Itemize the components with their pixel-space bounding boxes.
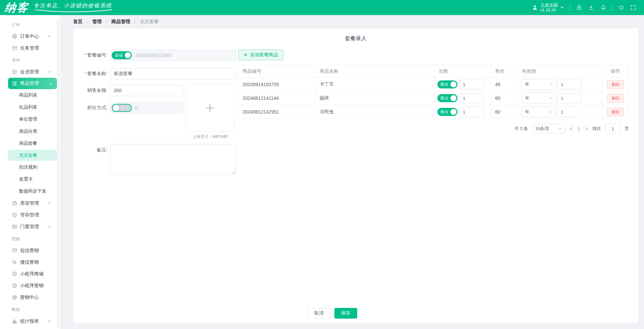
bell-icon[interactable]: [600, 4, 606, 11]
sidebar-child-product-package[interactable]: 商品套餐: [0, 137, 60, 149]
page-unit-label: 页: [625, 126, 629, 132]
tagline-text: 专注单店、小连锁的收银系统: [34, 3, 112, 8]
next-page-icon[interactable]: [584, 127, 589, 131]
sidebar-item-label: 门票管理: [20, 224, 39, 230]
package-code-label: *套餐编号:: [81, 52, 107, 58]
save-button[interactable]: 保存: [334, 308, 357, 319]
tagline-swoosh-decor: [34, 9, 113, 13]
chevron-down-icon: [560, 5, 564, 9]
sidebar-item-deposit-management[interactable]: 寄 寄存管理: [0, 209, 60, 221]
sidebar-child-recharge-package[interactable]: 充次套餐: [8, 150, 57, 161]
limit-times-toggle[interactable]: 限次: [437, 108, 458, 116]
package-code-value: 20260328151947: [135, 53, 172, 58]
chevron-down-icon: [558, 127, 562, 131]
sidebar-section-management: 管理: [0, 54, 60, 66]
sidebar-item-label: 营销中心: [20, 294, 39, 301]
image-upload-box[interactable]: [185, 84, 234, 131]
breadcrumb-current: 充次套餐: [140, 19, 159, 25]
sidebar-item-miniapp-mall[interactable]: 小程序商城: [0, 268, 60, 280]
validity-unit-select[interactable]: 年: [521, 93, 556, 104]
prev-page-icon[interactable]: [569, 127, 573, 131]
price-cell: 60: [491, 105, 518, 119]
sidebar-item-label: 统计报表: [20, 318, 39, 324]
body-row: 订单 订单中心 任务管理 管理 会员管理 商品管理 商品列表: [0, 15, 644, 329]
app-header: 纳客 专注单店、小连锁的收银系统 儿童乐园 v1.16.24: [0, 0, 644, 15]
validity-input[interactable]: [557, 93, 582, 103]
delete-button[interactable]: 删除: [607, 94, 624, 103]
svg-text:寄: 寄: [13, 214, 16, 216]
sidebar-item-member-management[interactable]: 会员管理: [0, 66, 60, 78]
limit-times-toggle[interactable]: 限次: [437, 80, 458, 88]
chevron-down-icon: [48, 319, 51, 323]
sidebar-child-data-sync[interactable]: 数据同步下发: [0, 185, 60, 197]
download-icon[interactable]: [588, 4, 594, 11]
package-form: *套餐编号: 自动 20260328151947 *套餐名称:: [81, 50, 238, 175]
chevron-down-icon: [48, 35, 51, 38]
times-input[interactable]: [460, 79, 484, 89]
points-mode-toggle[interactable]: 自动: [112, 104, 132, 112]
miniapp-icon: [12, 283, 17, 288]
sidebar-child-deduction-rules[interactable]: 扣次规则: [0, 161, 60, 173]
sidebar-item-order-center[interactable]: 订单中心: [0, 30, 60, 42]
sidebar-item-label: 订单中心: [20, 34, 39, 40]
user-menu[interactable]: 儿童乐园 v1.16.24: [532, 3, 564, 13]
product-name-cell: 卡丁车: [316, 78, 435, 91]
sidebar-item-task-management[interactable]: 任务管理: [0, 42, 60, 54]
page-size-select[interactable]: 10条/页: [532, 124, 565, 133]
goto-page-input[interactable]: [605, 124, 621, 133]
fullscreen-icon[interactable]: [630, 4, 637, 11]
sidebar-item-label: 会员管理: [20, 69, 39, 75]
validity-unit-value: 年: [525, 81, 529, 87]
sidebar-item-product-management[interactable]: 商品管理: [8, 78, 57, 89]
sidebar-item-marketing-center[interactable]: 营销中心: [0, 291, 60, 303]
sale-amount-input[interactable]: [110, 85, 183, 96]
sidebar-child-product-list[interactable]: 商品列表: [0, 89, 60, 101]
validity-unit-select[interactable]: 年: [521, 79, 556, 90]
times-input[interactable]: [460, 107, 484, 117]
breadcrumb-product-management[interactable]: 商品管理: [111, 19, 130, 25]
sidebar-item-statistics-report[interactable]: 统计报表: [0, 315, 60, 327]
times-cell: 限次: [435, 78, 491, 91]
sidebar-child-ticket-card[interactable]: 套票卡: [0, 173, 60, 185]
footer-actions: 取消 保存: [308, 308, 357, 319]
sidebar-item-ticket-management[interactable]: 门票管理: [0, 221, 60, 233]
sidebar-child-unit-management[interactable]: 单位管理: [0, 113, 60, 125]
add-package-product-button[interactable]: 添加套餐商品: [238, 50, 283, 60]
page-size-value: 10条/页: [535, 126, 549, 132]
delete-button[interactable]: 删除: [607, 80, 624, 89]
lock-icon[interactable]: [576, 4, 582, 11]
breadcrumb-management[interactable]: 管理: [92, 19, 102, 25]
sidebar-item-miniapp-marketing[interactable]: 小程序营销: [0, 280, 60, 291]
times-input[interactable]: [460, 93, 484, 103]
cancel-button[interactable]: 取消: [308, 308, 330, 319]
sidebar-item-data-analysis[interactable]: 数据分析: [0, 327, 60, 329]
breadcrumb-home[interactable]: 首页: [73, 19, 83, 25]
chevron-right-icon: [105, 20, 108, 24]
toggle-knob: [113, 105, 119, 111]
validity-unit-select[interactable]: 年: [521, 107, 556, 117]
sidebar-child-gift-list[interactable]: 礼品列表: [0, 101, 60, 113]
current-page[interactable]: 1: [577, 126, 581, 131]
table-header-row: 商品编号 商品名称 次数 售价 有效期 操作: [238, 65, 629, 78]
toggle-label: 限次: [440, 96, 448, 100]
delete-button[interactable]: 删除: [607, 108, 624, 116]
package-name-input[interactable]: [110, 68, 236, 79]
sidebar-item-sms-marketing[interactable]: 短信营销: [0, 245, 60, 256]
note-row: 备注:: [81, 144, 238, 175]
power-icon[interactable]: [618, 4, 625, 11]
note-textarea[interactable]: [110, 144, 236, 175]
sidebar-child-product-category[interactable]: 商品分类: [0, 125, 60, 137]
sidebar-child-label: 礼品列表: [19, 104, 37, 110]
sidebar-item-label: 商品管理: [20, 80, 39, 86]
resize-grip-icon[interactable]: [232, 171, 235, 174]
app-version: v1.16.24: [540, 8, 558, 12]
chevron-down-icon: [549, 96, 553, 100]
limit-times-toggle[interactable]: 限次: [437, 94, 458, 102]
sidebar-item-inventory-management[interactable]: 库存管理: [0, 197, 60, 209]
validity-input[interactable]: [557, 79, 582, 89]
auto-code-toggle[interactable]: 自动: [112, 51, 132, 59]
validity-input[interactable]: [557, 107, 582, 117]
validity-cell: 年: [518, 105, 602, 119]
sidebar-item-wechat-marketing[interactable]: 微信营销: [0, 256, 60, 268]
price-cell: 48: [491, 78, 518, 91]
